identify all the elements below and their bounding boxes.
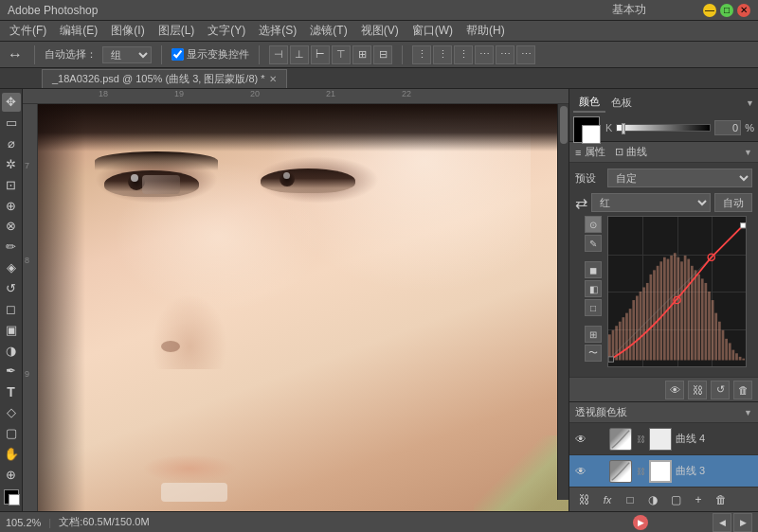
curves-link-icon[interactable]: ⛓ xyxy=(688,381,707,399)
layer-fx-btn[interactable]: fx xyxy=(598,490,617,509)
align-center-h[interactable]: ⊥ xyxy=(290,45,309,64)
maximize-button[interactable]: □ xyxy=(720,4,733,17)
menu-text[interactable]: 文字(Y) xyxy=(202,21,251,41)
new-layer-btn[interactable]: + xyxy=(689,490,708,509)
layers-panel-collapse[interactable]: ▼ xyxy=(744,408,752,417)
tab-close[interactable]: ✕ xyxy=(269,74,277,84)
k-slider[interactable] xyxy=(616,124,711,132)
dist-left[interactable]: ⋮ xyxy=(412,45,431,64)
eraser-tool[interactable]: ◻ xyxy=(2,299,21,318)
move-tool-options[interactable]: ↔ xyxy=(6,45,25,64)
align-top[interactable]: ⊤ xyxy=(332,45,351,64)
curve-point-tool[interactable]: ⊙ xyxy=(585,216,602,233)
vertical-scrollbar[interactable] xyxy=(557,104,568,500)
dist-right[interactable]: ⋮ xyxy=(454,45,473,64)
status-icon-1[interactable]: ◀ xyxy=(713,513,731,532)
menu-view[interactable]: 视图(V) xyxy=(355,21,405,41)
crop-tool[interactable]: ⊡ xyxy=(2,175,21,194)
link-layers-btn[interactable]: ⛓ xyxy=(575,490,594,509)
curves-delete-icon[interactable]: 🗑 xyxy=(733,381,752,399)
fg-color-swatch[interactable] xyxy=(573,116,600,143)
magic-wand-tool[interactable]: ✲ xyxy=(2,155,21,174)
canvas-content[interactable] xyxy=(38,104,568,511)
pen-tool[interactable]: ✒ xyxy=(2,362,21,381)
fg-bg-colors[interactable] xyxy=(4,489,19,507)
swatches-tab[interactable]: 色板 xyxy=(605,94,638,112)
dist-center[interactable]: ⋮ xyxy=(433,45,452,64)
menu-edit[interactable]: 编辑(E) xyxy=(54,21,103,41)
dist-top[interactable]: ⋯ xyxy=(475,45,494,64)
gradient-tool[interactable]: ▣ xyxy=(2,320,21,339)
layer-visibility-toggle[interactable]: 👁 xyxy=(573,432,588,447)
group-layers-btn[interactable]: ▢ xyxy=(666,490,685,509)
curve-pencil-tool[interactable]: ✎ xyxy=(585,235,602,252)
auto-select-dropdown[interactable]: 组 图层 xyxy=(102,46,152,63)
preset-dropdown[interactable]: 自定 默认 xyxy=(607,168,752,187)
layer-mask-btn[interactable]: □ xyxy=(621,490,640,509)
align-center-v[interactable]: ⊞ xyxy=(352,45,371,64)
shape-tool[interactable]: ▢ xyxy=(2,424,21,443)
document-tab[interactable]: _18A0326.psd @ 105% (曲线 3, 图层蒙版/8) * ✕ xyxy=(42,69,287,88)
zoom-tool[interactable]: ⊕ xyxy=(2,465,21,484)
hand-tool[interactable]: ✋ xyxy=(2,444,21,463)
panel-collapse[interactable]: ▼ xyxy=(746,98,754,108)
clone-tool[interactable]: ◈ xyxy=(2,258,21,277)
eyedropper-tool[interactable]: ⊕ xyxy=(2,196,21,215)
curves-reset-icon[interactable]: ↺ xyxy=(711,381,730,399)
status-icon-2[interactable]: ▶ xyxy=(733,513,752,532)
k-value-input[interactable] xyxy=(714,120,741,135)
adjustment-layer-btn[interactable]: ◑ xyxy=(643,490,662,509)
curve-smooth[interactable]: 〜 xyxy=(585,345,602,362)
path-tool[interactable]: ◇ xyxy=(2,403,21,422)
curve-edit-points[interactable]: ⊞ xyxy=(585,326,602,343)
delete-layer-btn[interactable]: 🗑 xyxy=(712,490,731,509)
dodge-tool[interactable]: ◑ xyxy=(2,341,21,360)
menu-file[interactable]: 文件(F) xyxy=(4,21,52,41)
align-left[interactable]: ⊣ xyxy=(269,45,288,64)
minimize-button[interactable]: — xyxy=(703,4,716,17)
curve-sample-highlight[interactable]: □ xyxy=(585,299,602,316)
lasso-tool[interactable]: ⌀ xyxy=(2,134,21,153)
curves-graph[interactable] xyxy=(607,216,747,367)
svg-rect-7 xyxy=(632,300,635,360)
color-tab[interactable]: 颜色 xyxy=(573,93,605,113)
spot-heal-tool[interactable]: ⊗ xyxy=(2,217,21,236)
svg-rect-14 xyxy=(657,266,659,361)
k-slider-thumb[interactable] xyxy=(622,123,625,134)
layer-item[interactable]: 👁 ⛓ 曲线 4 xyxy=(569,423,758,455)
show-transform-label: 显示变换控件 xyxy=(187,47,249,62)
auto-button[interactable]: 自动 xyxy=(714,193,752,212)
curve-sample-mid[interactable]: ◧ xyxy=(585,280,602,297)
curves-eye-icon[interactable]: 👁 xyxy=(665,381,684,399)
dist-bottom[interactable]: ⋯ xyxy=(516,45,535,64)
channel-icon[interactable]: ⇄ xyxy=(575,194,587,212)
channel-dropdown[interactable]: 红 绿 蓝 RGB xyxy=(591,193,711,212)
align-right[interactable]: ⊢ xyxy=(311,45,330,64)
properties-icon: ≡ xyxy=(575,147,581,158)
bg-color-swatch[interactable] xyxy=(582,125,601,144)
close-button[interactable]: ✕ xyxy=(737,4,750,17)
menu-window[interactable]: 窗口(W) xyxy=(406,21,459,41)
curve-sample-shadow[interactable]: ◼ xyxy=(585,261,602,278)
timeline-indicator[interactable]: ▶ xyxy=(633,515,648,530)
dist-mid[interactable]: ⋯ xyxy=(496,45,514,64)
layer-item[interactable]: 👁 ⛓ 曲线 3 xyxy=(569,455,758,487)
show-transform-checkbox[interactable] xyxy=(171,48,184,61)
align-bottom[interactable]: ⊟ xyxy=(373,45,392,64)
layer-visibility-toggle[interactable]: 👁 xyxy=(573,464,588,479)
svg-rect-19 xyxy=(674,253,677,360)
svg-rect-35 xyxy=(729,343,731,360)
move-tool[interactable]: ✥ xyxy=(2,93,21,112)
properties-collapse[interactable]: ▼ xyxy=(744,148,752,157)
toolbar-separator xyxy=(34,45,35,64)
menu-select[interactable]: 选择(S) xyxy=(253,21,302,41)
brush-tool[interactable]: ✏ xyxy=(2,238,21,257)
text-tool[interactable]: T xyxy=(2,382,21,401)
history-tool[interactable]: ↺ xyxy=(2,279,21,298)
menu-help[interactable]: 帮助(H) xyxy=(460,21,511,41)
menu-layer[interactable]: 图层(L) xyxy=(153,21,201,41)
menu-filter[interactable]: 滤镜(T) xyxy=(304,21,352,41)
menu-image[interactable]: 图像(I) xyxy=(105,21,150,41)
vertical-scrollbar-thumb[interactable] xyxy=(560,106,568,144)
marquee-tool[interactable]: ▭ xyxy=(2,114,21,133)
